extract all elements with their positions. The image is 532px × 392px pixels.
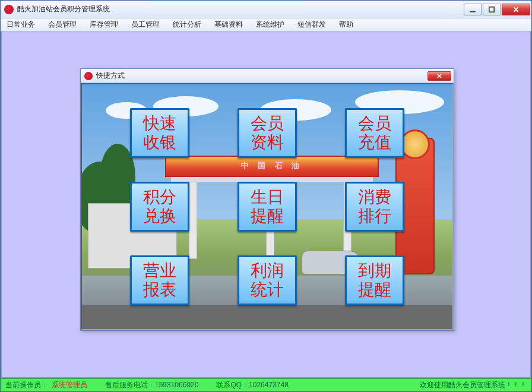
dialog-title: 快捷方式	[96, 71, 428, 81]
close-icon	[436, 73, 442, 79]
menu-basic[interactable]: 基础资料	[212, 18, 245, 31]
minimize-button[interactable]	[464, 4, 482, 15]
window-controls	[464, 4, 530, 15]
shortcut-expiry-reminder[interactable]: 到期提醒	[345, 255, 404, 305]
menu-system[interactable]: 系统维护	[254, 18, 287, 31]
window-title: 酷火加油站会员积分管理系统	[17, 4, 464, 14]
status-operator-name: 系统管理员	[52, 380, 87, 390]
menu-staff[interactable]: 员工管理	[129, 18, 162, 31]
shortcut-label: 会员充值	[356, 114, 393, 152]
status-operator-label: 当前操作员：	[5, 380, 48, 390]
shortcut-label: 利润统计	[249, 261, 286, 299]
titlebar: 酷火加油站会员积分管理系统	[1, 1, 531, 18]
close-icon	[512, 6, 520, 13]
maximize-icon	[488, 6, 495, 13]
shortcut-member-recharge[interactable]: 会员充值	[345, 108, 404, 158]
main-window: 酷火加油站会员积分管理系统 日常业务 会员管理 库存管理 员工管理 统计分析 基…	[0, 0, 532, 392]
dialog-icon	[84, 72, 93, 80]
dialog-body: 中 国 石 油 快速收银 会员资料 会员充值 积分兑换 生日提	[81, 83, 454, 330]
shortcut-label: 快速收银	[141, 114, 178, 152]
menu-stats[interactable]: 统计分析	[170, 18, 204, 31]
menu-stock[interactable]: 库存管理	[87, 18, 121, 31]
svg-rect-1	[489, 7, 494, 11]
shortcut-label: 会员资料	[249, 114, 286, 152]
dialog-titlebar: 快捷方式	[81, 69, 454, 83]
menubar: 日常业务 会员管理 库存管理 员工管理 统计分析 基础资料 系统维护 短信群发 …	[1, 18, 531, 31]
shortcut-label: 消费排行	[356, 188, 393, 226]
shortcut-points-exchange[interactable]: 积分兑换	[130, 182, 189, 232]
dialog-close-button[interactable]	[428, 71, 451, 81]
minimize-icon	[469, 6, 476, 13]
shortcut-quick-cashier[interactable]: 快速收银	[130, 108, 189, 158]
shortcut-label: 营业报表	[141, 261, 178, 299]
shortcut-spend-ranking[interactable]: 消费排行	[345, 182, 404, 232]
maximize-button[interactable]	[483, 4, 501, 15]
status-service-phone: 售后服务电话：15931066920	[105, 380, 198, 390]
shortcut-label: 到期提醒	[356, 261, 393, 299]
status-contact-qq: 联系QQ：1026473748	[216, 380, 288, 390]
statusbar: 当前操作员： 系统管理员 售后服务电话：15931066920 联系QQ：102…	[1, 378, 531, 391]
shortcut-label: 生日提醒	[249, 188, 286, 226]
menu-help[interactable]: 帮助	[337, 18, 356, 31]
shortcut-member-info[interactable]: 会员资料	[238, 108, 297, 158]
shortcut-grid: 快速收银 会员资料 会员充值 积分兑换 生日提醒 消费排行 营业报表 利润统计 …	[82, 84, 452, 329]
close-button[interactable]	[502, 4, 530, 15]
status-welcome: 欢迎使用酷火会员管理系统！！！	[420, 380, 527, 390]
menu-member[interactable]: 会员管理	[46, 18, 79, 31]
app-icon	[4, 5, 14, 14]
shortcuts-dialog: 快捷方式 中 国 石 油	[80, 68, 454, 331]
menu-sms[interactable]: 短信群发	[295, 18, 328, 31]
workspace: 快捷方式 中 国 石 油	[1, 31, 531, 378]
shortcut-profit-stats[interactable]: 利润统计	[238, 255, 297, 305]
shortcut-birthday-reminder[interactable]: 生日提醒	[238, 182, 297, 232]
shortcut-business-report[interactable]: 营业报表	[130, 255, 189, 305]
menu-daily[interactable]: 日常业务	[4, 18, 37, 31]
shortcut-label: 积分兑换	[141, 188, 178, 226]
